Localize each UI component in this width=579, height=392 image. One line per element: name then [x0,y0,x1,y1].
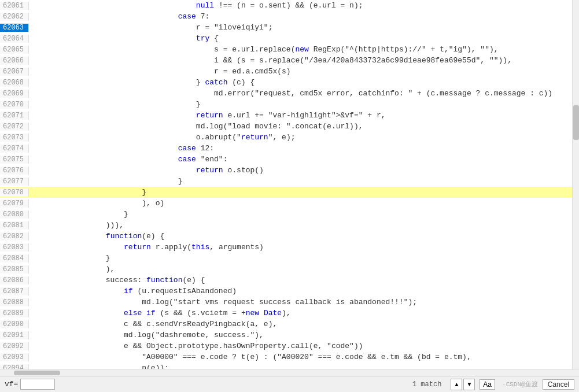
line-content: } catch (c) { [29,78,572,87]
line-content: } [29,254,572,262]
line-number: 62069 [0,90,29,98]
line-content: r = "iloveiqiyi"; [29,23,572,32]
line-content: ), o) [29,199,572,208]
line-content: return r.apply(this, arguments) [29,243,572,252]
table-row: 62066 i && (s = s.replace("/3ea/420a8433… [0,55,572,66]
next-match-button[interactable]: ▼ [463,379,475,390]
line-number: 62088 [0,298,29,306]
line-content: md.log("load movie: ".concat(e.url)), [29,122,572,131]
table-row: 62065 s = e.url.replace(new RegExp("^(ht… [0,44,572,55]
table-row: 62063 r = "iloveiqiyi"; [0,22,572,33]
line-content: } [29,188,572,197]
line-number: 62066 [0,57,29,65]
table-row: 62078 } [0,187,572,198]
line-content: return o.stop() [29,166,572,175]
line-content: md.log("start vms request success callba… [29,298,572,306]
table-row: 62083 return r.apply(this, arguments) [0,242,572,253]
line-number: 62084 [0,254,29,262]
line-number: 62081 [0,221,29,230]
table-row: 62067 r = ed.a.cmd5x(s) [0,66,572,77]
line-content: try { [29,34,572,43]
line-content: s = e.url.replace(new RegExp("^(http|htt… [29,45,572,54]
line-content: c && c.sendVrsReadyPingback(a, e), [29,320,572,328]
table-row: 62068 } catch (c) { [0,77,572,88]
line-content: } [29,210,572,219]
line-content: if (u.requestIsAbandoned) [29,287,572,295]
line-number: 62072 [0,123,29,131]
vertical-scrollbar[interactable] [572,0,579,369]
watermark: ·CSDN@鱼渡 [502,380,538,389]
table-row: 62088 md.log("start vms request success … [0,297,572,308]
table-row: 62069 md.error("request, cmd5x error, ca… [0,88,572,99]
line-content: null !== (n = o.sent) && (e.url = n); [29,1,572,10]
cancel-button[interactable]: Cancel [543,379,574,390]
table-row: 62062 case 7: [0,11,572,22]
line-content: ))), [29,221,572,230]
line-number: 62086 [0,276,29,284]
table-row: 62081 ))), [0,220,572,231]
line-number: 62094 [0,364,29,369]
line-content: case 12: [29,144,572,153]
prev-match-button[interactable]: ▲ [451,379,462,390]
line-number: 62062 [0,13,29,21]
table-row: 62076 return o.stop() [0,165,572,176]
line-number: 62074 [0,145,29,153]
line-number: 62077 [0,177,29,186]
line-number: 62091 [0,331,29,339]
line-number: 62092 [0,342,29,350]
table-row: 62085 ), [0,264,572,275]
table-row: 62073 o.abrupt("return", e); [0,132,572,143]
line-content: function(e) { [29,232,572,241]
table-row: 62089 else if (s && (s.vcietm = +new Dat… [0,308,572,319]
scrollbar-thumb-v[interactable] [573,105,579,140]
search-label: vf= [5,380,18,389]
table-row: 62077 } [0,176,572,187]
table-row: 62064 try { [0,33,572,44]
line-number: 62090 [0,320,29,328]
line-number: 62085 [0,265,29,273]
table-row: 62075 case "end": [0,154,572,165]
code-area: 62061 null !== (n = o.sent) && (e.url = … [0,0,579,369]
line-content: r = ed.a.cmd5x(s) [29,67,572,76]
line-content: case 7: [29,12,572,21]
search-input[interactable] [20,379,55,390]
line-number: 62076 [0,167,29,175]
table-row: 62093 "A00000" === e.code ? t(e) : ("A00… [0,352,572,363]
match-case-button[interactable]: Aa [480,379,495,390]
line-number: 62087 [0,287,29,295]
line-number: 62068 [0,79,29,87]
table-row: 62092 e && Object.prototype.hasOwnProper… [0,341,572,352]
line-content: ), [29,265,572,273]
line-number: 62071 [0,112,29,120]
table-row: 62070 } [0,99,572,110]
line-content: } [29,177,572,186]
line-number: 62080 [0,210,29,219]
scrollbar-thumb-h[interactable] [14,371,60,375]
table-row: 62084 } [0,253,572,264]
table-row: 62079 ), o) [0,198,572,209]
code-lines: 62061 null !== (n = o.sent) && (e.url = … [0,0,572,369]
table-row: 62072 md.log("load movie: ".concat(e.url… [0,121,572,132]
line-content: } [29,100,572,109]
table-row: 62087 if (u.requestIsAbandoned) [0,286,572,297]
line-content: md.error("request, cmd5x error, catchinf… [29,89,572,98]
horizontal-scrollbar[interactable] [0,369,579,376]
line-number: 62067 [0,68,29,76]
table-row: 62080 } [0,209,572,220]
line-number: 62075 [0,156,29,164]
line-number: 62079 [0,199,29,208]
line-number: 62082 [0,232,29,241]
line-number: 62061 [0,2,29,10]
line-number: 62064 [0,35,29,43]
line-number: 62070 [0,101,29,109]
table-row: 62094 n(e)); [0,363,572,369]
table-row: 62090 c && c.sendVrsReadyPingback(a, e), [0,319,572,330]
editor-container: 62061 null !== (n = o.sent) && (e.url = … [0,0,579,392]
nav-buttons: ▲ ▼ [451,379,475,390]
table-row: 62086 success: function(e) { [0,275,572,286]
line-content: e && Object.prototype.hasOwnProperty.cal… [29,342,572,350]
line-content: success: function(e) { [29,276,572,284]
line-number: 62073 [0,134,29,142]
table-row: 62091 md.log("dashremote, success."), [0,330,572,341]
line-content: n(e)); [29,364,572,369]
